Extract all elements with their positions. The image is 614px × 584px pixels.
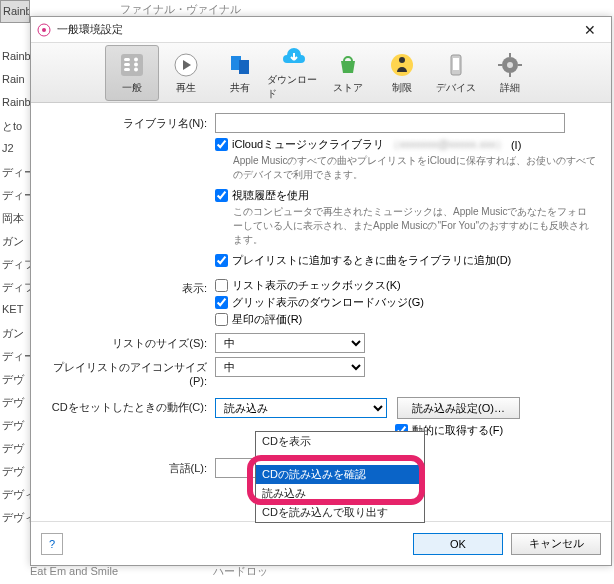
dropdown-option-show-cd[interactable]: CDを表示	[256, 432, 424, 451]
svg-rect-4	[124, 63, 130, 66]
import-settings-button[interactable]: 読み込み設定(O)…	[397, 397, 520, 419]
dropdown-option-import-eject[interactable]: CDを読み込んで取り出す	[256, 503, 424, 522]
tab-devices[interactable]: デバイス	[429, 45, 483, 101]
svg-rect-20	[509, 73, 511, 77]
svg-rect-16	[453, 58, 459, 70]
svg-rect-12	[239, 60, 249, 74]
playlist-icon-size-label: プレイリストのアイコンサイズ(P):	[45, 357, 215, 387]
grid-download-badge-option[interactable]: グリッド表示のダウンロードバッジ(G)	[215, 295, 597, 310]
add-playlist-to-library-checkbox[interactable]: プレイリストに追加するときに曲をライブラリに追加(D)	[215, 253, 597, 268]
svg-point-1	[42, 28, 46, 32]
restrictions-icon	[388, 51, 416, 79]
display-label: 表示:	[45, 278, 215, 296]
preferences-toolbar: 一般 再生 共有 ダウンロード ストア 制限 デバイス 詳細	[31, 43, 611, 103]
language-label: 言語(L):	[45, 458, 215, 476]
cd-insert-action-label: CDをセットしたときの動作(C):	[45, 397, 215, 415]
dropdown-option-confirm-import[interactable]: CDの読み込みを確認	[256, 465, 424, 484]
tab-restrictions[interactable]: 制限	[375, 45, 429, 101]
svg-point-7	[134, 62, 138, 66]
library-name-input[interactable]	[215, 113, 565, 133]
history-description: このコンピュータで再生されたミュージックは、Apple Musicであなたをフォ…	[233, 205, 597, 247]
help-button[interactable]: ?	[41, 533, 63, 555]
ok-button[interactable]: OK	[413, 533, 503, 555]
svg-rect-19	[509, 53, 511, 57]
preferences-dialog: 一般環境設定 ✕ 一般 再生 共有 ダウンロード ストア 制限 デ	[30, 16, 612, 566]
dialog-footer: ? OK キャンセル	[31, 521, 611, 565]
svg-point-14	[399, 57, 405, 63]
gear-icon	[496, 51, 524, 79]
list-checkbox-option[interactable]: リスト表示のチェックボックス(K)	[215, 278, 597, 293]
playlist-icon-size-select[interactable]: 中	[215, 357, 365, 377]
library-name-label: ライブラリ名(N):	[45, 113, 215, 131]
dialog-title: 一般環境設定	[57, 22, 575, 37]
tab-advanced[interactable]: 詳細	[483, 45, 537, 101]
use-listening-history-checkbox[interactable]: 視聴履歴を使用	[215, 188, 597, 203]
tab-store[interactable]: ストア	[321, 45, 375, 101]
play-icon	[172, 51, 200, 79]
titlebar: 一般環境設定 ✕	[31, 17, 611, 43]
list-size-select[interactable]: 中	[215, 333, 365, 353]
cd-action-dropdown[interactable]: CDを表示 CDの読み込みを確認 読み込み CDを読み込んで取り出す	[255, 431, 425, 523]
tab-sharing[interactable]: 共有	[213, 45, 267, 101]
svg-point-8	[134, 67, 138, 71]
sharing-icon	[226, 51, 254, 79]
itunes-icon	[37, 23, 51, 37]
icloud-music-library-checkbox[interactable]: iCloudミュージックライブラリ（xxxxxxx@xxxxx.xxx）(I)	[215, 137, 597, 152]
bg-bottom-row: Eat Em and Smile ハードロッ	[30, 564, 610, 584]
star-rating-option[interactable]: 星印の評価(R)	[215, 312, 597, 327]
cancel-button[interactable]: キャンセル	[511, 533, 601, 555]
background-library-list: RainbowRainbRainRainbとtoJ2ディーディー岡本ガンディフデ…	[0, 0, 30, 584]
icloud-description: Apple Musicのすべての曲やプレイリストをiCloudに保存すれば、お使…	[233, 154, 597, 182]
svg-point-6	[134, 57, 138, 61]
svg-point-18	[507, 62, 513, 68]
bg-album-title: ファイナル・ヴァイナル	[120, 2, 241, 17]
svg-rect-3	[124, 58, 130, 61]
tab-playback[interactable]: 再生	[159, 45, 213, 101]
switches-icon	[118, 51, 146, 79]
list-size-label: リストのサイズ(S):	[45, 333, 215, 351]
close-icon[interactable]: ✕	[575, 22, 605, 38]
tab-general[interactable]: 一般	[105, 45, 159, 101]
store-icon	[334, 51, 362, 79]
svg-rect-21	[498, 64, 502, 66]
svg-rect-5	[124, 68, 130, 71]
tab-downloads[interactable]: ダウンロード	[267, 45, 321, 101]
download-icon	[280, 45, 308, 71]
svg-rect-22	[518, 64, 522, 66]
dropdown-option-blank[interactable]	[256, 451, 424, 465]
device-icon	[442, 51, 470, 79]
auto-fetch-checkbox[interactable]: 動的に取得する(F)	[395, 423, 597, 438]
cd-insert-action-select[interactable]: 読み込み	[215, 398, 387, 418]
dropdown-option-import[interactable]: 読み込み	[256, 484, 424, 503]
